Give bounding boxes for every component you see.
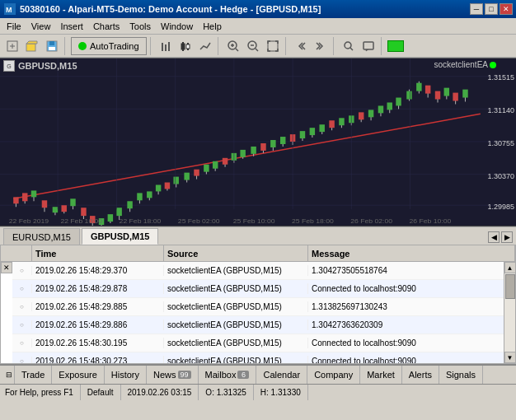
connection-indicator — [490, 62, 496, 68]
svg-text:26 Feb 02:00: 26 Feb 02:00 — [350, 217, 392, 225]
scroll-left-button[interactable] — [292, 37, 310, 55]
price-2: 1.31140 — [487, 106, 514, 114]
toolbar-sep-2 — [150, 37, 153, 55]
svg-rect-113 — [378, 105, 383, 113]
svg-rect-101 — [319, 124, 324, 132]
svg-rect-117 — [396, 98, 401, 106]
svg-rect-43 — [42, 200, 47, 208]
toolbar-sep-3 — [218, 37, 221, 55]
toolbar: AutoTrading — [0, 35, 516, 58]
svg-rect-125 — [435, 91, 440, 100]
scroll-right-button[interactable] — [312, 37, 330, 55]
svg-rect-81 — [223, 158, 228, 165]
row-icon-4: ○ — [12, 338, 32, 348]
svg-rect-13 — [181, 44, 185, 49]
zoom-out-button[interactable] — [244, 37, 262, 55]
menu-insert[interactable]: Insert — [55, 18, 88, 34]
log-row-0[interactable]: ○ 2019.02.26 15:48:29.370 socketclientEA… — [12, 262, 515, 280]
svg-text:25 Feb 02:00: 25 Feb 02:00 — [178, 217, 220, 225]
tab-news[interactable]: News 99 — [147, 366, 199, 384]
log-row-3[interactable]: ○ 2019.02.26 15:48:29.886 socketclientEA… — [12, 316, 515, 334]
line-chart-button[interactable] — [196, 37, 214, 55]
log-scrollbar[interactable]: ▲ ▼ — [504, 262, 515, 363]
autotrading-status-icon — [78, 42, 87, 50]
search-button[interactable] — [340, 37, 358, 55]
tab-signals[interactable]: Signals — [439, 366, 483, 384]
scroll-up-button[interactable]: ▲ — [504, 262, 516, 273]
svg-rect-79 — [213, 161, 218, 169]
maximize-button[interactable]: □ — [485, 3, 498, 15]
row-time-5: 2019.02.26 15:48:30.273 — [32, 356, 164, 364]
window-controls[interactable]: ─ □ ✕ — [470, 3, 513, 15]
svg-text:22 Feb 10:00: 22 Feb 10:00 — [60, 217, 102, 225]
close-button[interactable]: ✕ — [500, 3, 513, 15]
status-help: For Help, press F1 — [5, 385, 81, 400]
log-row-5[interactable]: ○ 2019.02.26 15:48:30.273 socketclientEA… — [12, 352, 515, 364]
menu-tools[interactable]: Tools — [124, 18, 156, 34]
comment-button[interactable] — [359, 37, 378, 55]
tab-history[interactable]: History — [105, 366, 147, 384]
mailbox-badge: 6 — [237, 371, 249, 379]
tab-alerts[interactable]: Alerts — [402, 366, 439, 384]
svg-rect-97 — [300, 131, 305, 138]
svg-rect-71 — [173, 177, 178, 184]
menu-view[interactable]: View — [26, 18, 56, 34]
svg-rect-121 — [416, 83, 421, 91]
svg-text:M: M — [6, 6, 12, 14]
svg-rect-109 — [359, 112, 364, 119]
svg-rect-77 — [204, 165, 209, 172]
svg-rect-5 — [26, 44, 35, 51]
candle-chart-button[interactable] — [176, 37, 195, 55]
tab-eurusd[interactable]: EURUSD,M15 — [3, 228, 80, 245]
toolbox-toggle[interactable]: ⊟ — [3, 366, 15, 384]
minimize-button[interactable]: ─ — [470, 3, 483, 15]
tab-calendar[interactable]: Calendar — [256, 366, 307, 384]
menu-help[interactable]: Help — [198, 18, 227, 34]
tab-nav: ◀ ▶ — [488, 231, 516, 245]
tab-market[interactable]: Market — [360, 366, 402, 384]
svg-rect-18 — [187, 49, 189, 50]
zoom-in-button[interactable] — [224, 37, 242, 55]
price-4: 1.30370 — [487, 172, 514, 180]
toolbar-sep-1 — [64, 37, 68, 55]
menu-charts[interactable]: Charts — [88, 18, 124, 34]
scroll-down-button[interactable]: ▼ — [504, 352, 516, 363]
chart-svg: 22 Feb 2019 22 Feb 10:00 22 Feb 18:00 25… — [0, 58, 516, 226]
menu-file[interactable]: File — [2, 18, 26, 34]
news-badge: 99 — [178, 371, 191, 379]
row-message-5: Connected to localhost:9090 — [308, 356, 515, 364]
svg-rect-119 — [406, 91, 411, 100]
log-row-4[interactable]: ○ 2019.02.26 15:48:30.195 socketclientEA… — [12, 334, 515, 352]
tab-mailbox[interactable]: Mailbox 6 — [199, 366, 257, 384]
log-close-button[interactable]: ✕ — [1, 262, 12, 273]
chart-symbol-label: GBPUSD,M15 — [18, 61, 77, 71]
row-icon-0: ○ — [12, 266, 32, 275]
chart-area[interactable]: G GBPUSD,M15 socketclientEA 1.31515 1.31… — [0, 58, 516, 226]
scroll-track[interactable] — [504, 273, 516, 352]
tab-next-button[interactable]: ▶ — [501, 231, 513, 243]
autotrading-button[interactable]: AutoTrading — [71, 37, 147, 55]
log-row-1[interactable]: ○ 2019.02.26 15:48:29.878 socketclientEA… — [12, 280, 515, 298]
menu-window[interactable]: Window — [156, 18, 198, 34]
tab-prev-button[interactable]: ◀ — [488, 231, 500, 243]
log-row-2[interactable]: ○ 2019.02.26 15:48:29.885 socketclientEA… — [12, 298, 515, 316]
save-button[interactable] — [43, 37, 61, 55]
row-icon-3: ○ — [12, 320, 32, 329]
svg-rect-59 — [116, 208, 121, 216]
full-chart-button[interactable] — [264, 37, 282, 55]
svg-rect-111 — [368, 110, 373, 117]
tab-trade[interactable]: Trade — [15, 366, 52, 384]
open-button[interactable] — [23, 37, 41, 55]
bar-chart-button[interactable] — [157, 37, 175, 55]
svg-text:25 Feb 10:00: 25 Feb 10:00 — [233, 217, 275, 225]
new-chart-button[interactable] — [3, 37, 21, 55]
svg-rect-51 — [81, 208, 86, 216]
svg-rect-93 — [280, 137, 285, 144]
svg-rect-37 — [13, 197, 18, 203]
tab-company[interactable]: Company — [307, 366, 360, 384]
tab-gbpusd[interactable]: GBPUSD,M15 — [82, 228, 159, 245]
tab-exposure[interactable]: Exposure — [52, 366, 104, 384]
row-source-3: socketclientEA (GBPUSD,M15) — [164, 320, 308, 330]
scroll-thumb[interactable] — [505, 274, 515, 299]
svg-rect-67 — [156, 184, 161, 191]
